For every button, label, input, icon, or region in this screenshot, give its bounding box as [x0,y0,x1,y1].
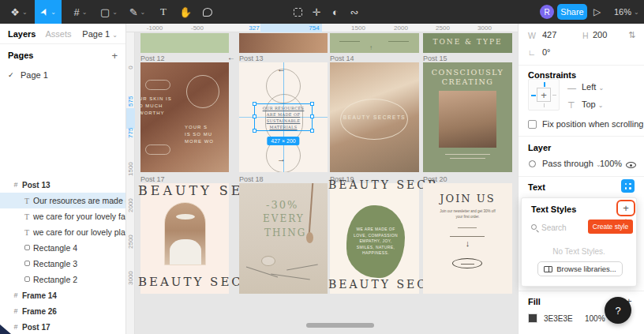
frame-label-post17[interactable]: Post 17 [140,175,165,183]
tab-layers[interactable]: Layers [8,29,36,39]
selected-text-element[interactable]: OUR RESOURCES ARE MADE OF SUSTAINABLE MA… [254,103,313,131]
frame-label-post15[interactable]: Post 15 [423,54,447,62]
vertical-constraint-select[interactable]: Top ⌄ [582,99,604,109]
frame-label-post18[interactable]: Post 18 [239,175,264,183]
decorative-line [339,41,360,42]
robe [170,239,201,265]
layer-row-frame-26[interactable]: #Frame 26 [0,303,125,319]
layer-row-rectangle[interactable]: Rectangle 4 [0,240,125,256]
text-tool-icon: T [160,6,167,18]
height-value[interactable]: 200 [593,30,607,39]
layer-row-rectangle[interactable]: Rectangle 3 [0,256,125,272]
resize-to-fit-icon[interactable]: ⇅ [628,30,635,40]
partial-frame[interactable]: TONE & TYPE [423,33,512,53]
chevron-down-icon: ⌄ [598,84,604,92]
visibility-eye-icon[interactable] [626,162,636,168]
layer-row-selected-text[interactable]: TOur resources are made of su... [0,193,125,208]
layer-label: we care for our lovely planet [33,227,125,237]
add-text-style-button[interactable]: + [616,200,635,216]
present-button[interactable]: ▷ [593,0,601,24]
frame-label-post14[interactable]: Post 14 [330,54,354,62]
fix-position-row[interactable]: Fix position when scrolling [528,119,643,129]
frame-post13[interactable]: ← → OUR RESOURCES ARE MADE OF SUSTAINABL… [239,62,328,172]
fill-color-swatch[interactable] [528,313,537,323]
arrow-left-shape: ← [277,64,286,73]
frame-post14[interactable]: BEAUTY SECRETS [330,62,419,172]
selection-handle[interactable] [253,114,256,118]
zoom-level-control[interactable]: 16%⌄ [614,0,639,24]
frame-post17[interactable]: BEAUTY SECR BEAUTY SECR [140,183,229,294]
layer-row-frame-14[interactable]: #Frame 14 [0,287,125,303]
divider [519,291,644,291]
create-style-button[interactable]: Create style [588,220,633,234]
frame-post20[interactable]: JOIN US Join our newsletter and get 30% … [423,183,512,294]
frame-label-post13[interactable]: Post 13 [239,54,264,62]
selection-handle[interactable] [253,129,256,133]
frame-label-post12[interactable]: Post 12 [140,54,165,62]
panel-tabs: Layers Assets Page 1 ⌄ [0,24,125,44]
partial-frame[interactable] [239,33,328,53]
selection-handle[interactable] [310,114,314,118]
properties-panel: W 427 H 200 ⇅ ∟ 0° Constraints + — Left … [518,24,644,334]
text-tool-button[interactable]: T [153,0,174,24]
frame-post18[interactable]: -30% EVERY THING [239,183,328,294]
browse-libraries-button[interactable]: Browse libraries... [537,261,623,276]
constraint-top-tick[interactable] [544,82,545,87]
fill-hex-value[interactable]: 3E3E3E [544,314,573,323]
layer-label: Rectangle 3 [33,259,77,268]
help-button[interactable]: ? [605,297,631,324]
constraint-left-tick[interactable] [531,95,536,96]
position-button[interactable]: ✛ [306,0,327,24]
constraints-widget[interactable]: + [528,79,560,111]
layer-row-rectangle[interactable]: Rectangle 2 [0,272,125,287]
link-button[interactable]: ∾ [344,0,365,24]
frame-post12[interactable]: UR SKIN IS O MUCH WORTHY YOUR S IS SO MU… [140,62,229,172]
move-tool-button[interactable]: ➤⌄ [35,0,62,24]
layer-opacity-value[interactable]: 100% [600,159,622,168]
caption-line [450,158,485,159]
layer-row-post-17[interactable]: #Post 17 [0,319,125,334]
ruler-label: 3000 [477,24,492,32]
blend-mode-select[interactable]: Pass through ⌄ [542,159,601,168]
width-value[interactable]: 427 [542,30,556,39]
figma-menu-button[interactable]: ❖⌄ [5,0,33,24]
selection-handle[interactable] [253,102,256,106]
comment-tool-button[interactable] [197,0,218,24]
text-styles-toggle-button[interactable] [621,179,635,193]
frame-icon: # [9,307,22,315]
tab-assets[interactable]: Assets [45,29,71,39]
layer-row-text[interactable]: Twe care for our lovely planet [0,224,125,240]
layer-row-text[interactable]: Twe care for your lovely face too [0,208,125,224]
shape-tool-button[interactable]: ▢⌄ [96,0,122,24]
selection-handle[interactable] [310,102,314,106]
checkbox-icon[interactable] [528,120,537,129]
partial-frame[interactable]: ↑ [330,33,419,53]
canvas-horizontal-scrollbar[interactable] [306,323,374,328]
frame-tool-button[interactable]: #⌄ [68,0,93,24]
edit-object-button[interactable] [287,0,308,24]
mask-button[interactable]: ◐ [325,0,346,24]
page-list-item[interactable]: ✓ Page 1 [0,66,125,84]
frame-post15[interactable]: CONSCIOUSLY CREATING [423,62,512,172]
share-button[interactable]: Share [557,4,587,20]
constraint-bottom-tick[interactable] [544,103,545,107]
constraint-right-tick[interactable] [552,95,556,96]
canvas[interactable]: -1000 -500 327 754 1500 2000 2500 3000 0… [126,24,518,334]
page-selector[interactable]: Page 1 ⌄ [82,29,118,39]
horizontal-constraint-select[interactable]: Left ⌄ [582,82,604,92]
ruler-label: 1500 [127,167,134,176]
crosshair-icon: ✛ [313,6,321,18]
pen-tool-button[interactable]: ✎⌄ [125,0,150,24]
pages-header: Pages + [0,44,125,66]
avatar[interactable]: R [540,5,554,19]
hand-tool-button[interactable]: ✋ [175,0,196,24]
partial-frame[interactable] [140,33,229,53]
fill-opacity-value[interactable]: 100% [585,314,605,323]
frame-post19[interactable]: BEAUTY SECR WE ARE MADE OF LOVE, COMPASS… [330,183,419,294]
selection-handle[interactable] [310,129,314,133]
search-input[interactable] [541,222,582,234]
styles-dots-icon [625,183,631,190]
add-page-button[interactable]: + [111,50,118,62]
rotation-value[interactable]: 0° [542,47,551,57]
layer-row-post-13[interactable]: #Post 13 [0,177,125,193]
